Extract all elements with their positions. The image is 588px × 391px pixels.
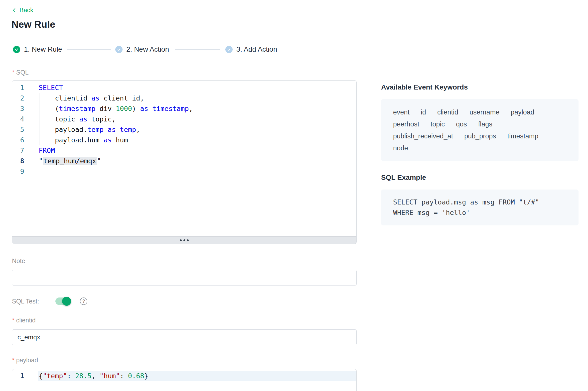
sql-example-panel: SELECT payload.msg as msg FROM "t/#"WHER… — [381, 190, 579, 225]
chevron-left-icon — [12, 8, 17, 13]
line-number: 6 — [12, 135, 24, 145]
sql-test-toggle[interactable] — [55, 297, 71, 305]
payload-field-label: * payload — [12, 357, 38, 364]
keyword-link-topic[interactable]: topic — [431, 118, 445, 130]
required-marker: * — [12, 357, 14, 364]
keyword-link-flags[interactable]: flags — [478, 118, 492, 130]
code-line: 1{"temp": 28.5, "hum": 0.68} — [12, 371, 356, 381]
payload-code-editor[interactable]: 1{"temp": 28.5, "hum": 0.68} — [12, 369, 357, 391]
page-title: New Rule — [11, 19, 55, 30]
code-line: 5 payload.temp as temp, — [12, 124, 356, 135]
step-connector — [175, 49, 220, 50]
note-input[interactable] — [12, 270, 357, 286]
sql-example-title: SQL Example — [381, 174, 426, 182]
code-line: 9 — [12, 166, 356, 177]
step-new-rule: 1. New Rule — [13, 45, 62, 53]
line-number: 5 — [12, 124, 24, 135]
sql-test-label: SQL Test: — [12, 298, 39, 305]
step-pending-check-icon — [115, 46, 123, 53]
sql-example-line: WHERE msg = 'hello' — [393, 207, 567, 218]
keyword-link-event[interactable]: event — [393, 106, 410, 118]
line-number: 1 — [12, 371, 24, 381]
code-line: 7FROM — [12, 145, 356, 156]
code-line: 3 (timestamp div 1000) as timestamp, — [12, 103, 356, 114]
editor-resize-handle[interactable] — [12, 236, 356, 244]
step-connector — [67, 49, 111, 50]
keyword-link-id[interactable]: id — [421, 106, 426, 118]
keyword-link-pub_props[interactable]: pub_props — [464, 130, 496, 142]
keyword-link-payload[interactable]: payload — [511, 106, 534, 118]
keyword-link-username[interactable]: username — [469, 106, 499, 118]
code-line: 2 clientid as client_id, — [12, 93, 356, 103]
line-number: 7 — [12, 145, 24, 156]
sql-test-row: SQL Test: ? — [12, 297, 87, 306]
help-question-icon[interactable]: ? — [80, 297, 87, 305]
code-line: 1SELECT — [12, 83, 356, 93]
step-complete-check-icon — [13, 46, 20, 53]
step-label: 3. Add Action — [236, 45, 277, 53]
note-field-label: Note — [12, 257, 25, 265]
resize-dots-icon — [180, 239, 182, 241]
step-pending-check-icon — [225, 46, 233, 53]
clientid-field-label: * clientid — [12, 317, 36, 324]
code-line: 6 payload.hum as hum — [12, 135, 356, 145]
clientid-input[interactable] — [12, 329, 357, 345]
keyword-link-clientid[interactable]: clientid — [437, 106, 458, 118]
line-number: 2 — [12, 93, 24, 103]
step-label: 2. New Action — [126, 45, 169, 53]
event-keywords-panel: eventidclientidusernamepayloadpeerhostto… — [381, 99, 579, 161]
line-number: 1 — [12, 83, 24, 93]
required-marker: * — [12, 317, 14, 324]
keyword-link-node[interactable]: node — [393, 142, 408, 154]
back-label: Back — [19, 6, 33, 14]
keyword-link-peerhost[interactable]: peerhost — [393, 118, 419, 130]
back-link[interactable]: Back — [12, 6, 33, 14]
step-label: 1. New Rule — [24, 45, 62, 53]
line-number: 8 — [12, 156, 24, 166]
code-line: 4 topic as topic, — [12, 114, 356, 124]
new-rule-page: Back New Rule 1. New Rule 2. New Action — [0, 0, 588, 391]
line-number: 9 — [12, 166, 24, 177]
step-add-action: 3. Add Action — [225, 45, 277, 53]
step-new-action: 2. New Action — [115, 45, 169, 53]
sql-editor-code-area[interactable]: 1SELECT2 clientid as client_id,3 (timest… — [12, 81, 356, 237]
required-marker: * — [12, 69, 14, 76]
line-number: 4 — [12, 114, 24, 124]
keywords-panel-title: Available Event Keywords — [381, 83, 468, 91]
keyword-link-timestamp[interactable]: timestamp — [507, 130, 539, 142]
keyword-link-publish_received_at[interactable]: publish_received_at — [393, 130, 453, 142]
keyword-link-qos[interactable]: qos — [456, 118, 467, 130]
line-number: 3 — [12, 103, 24, 114]
sql-code-editor[interactable]: 1SELECT2 clientid as client_id,3 (timest… — [12, 80, 357, 244]
sql-field-label: * SQL — [12, 69, 29, 76]
sql-example-line: SELECT payload.msg as msg FROM "t/#" — [393, 197, 567, 207]
code-line: 8"temp_hum/emqx" — [12, 156, 356, 166]
